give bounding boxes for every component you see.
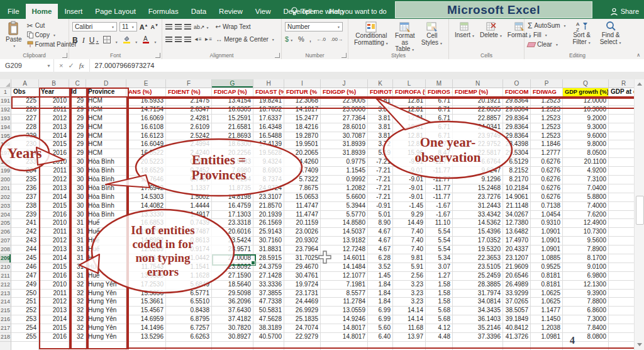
cell-Q215[interactable]: 6.8600 xyxy=(563,307,609,315)
cell-N207[interactable]: 17.0352 xyxy=(453,237,503,246)
cell-B196[interactable]: 2015 xyxy=(39,140,69,149)
cell-J195[interactable]: 30.7087 xyxy=(321,132,368,141)
delete-cells-button[interactable]: Delete xyxy=(477,21,505,40)
cell-J206[interactable]: 14.5037 xyxy=(321,228,368,237)
cell-K197[interactable]: 5.19 xyxy=(368,149,393,158)
wrap-text-button[interactable]: ↩ Wrap Text xyxy=(216,22,251,31)
column-header-K[interactable]: K xyxy=(368,79,393,88)
cell-H206[interactable]: 25.9143 xyxy=(253,228,284,237)
row-header-202[interactable]: 202 xyxy=(0,193,11,202)
cell-O191[interactable]: 29.8364 xyxy=(503,97,531,106)
cell-N215[interactable]: 34.3435 xyxy=(453,307,503,315)
row-header-204[interactable]: 204 xyxy=(0,211,11,220)
cell-G205[interactable]: 23.3318 xyxy=(212,219,253,228)
row-header-216[interactable]: 216 xyxy=(0,315,11,324)
cell-D205[interactable]: Huế xyxy=(86,219,126,228)
cell-C196[interactable]: 29 xyxy=(69,140,86,149)
cell-K203[interactable]: -0.91 xyxy=(368,202,393,211)
dialog-launcher-icon[interactable] xyxy=(341,53,347,58)
cell-C194[interactable]: 29 xyxy=(69,123,86,132)
cell-P192[interactable]: 1.2523 xyxy=(531,106,563,115)
cell-M207[interactable]: 5.54 xyxy=(426,237,453,246)
cell-I211[interactable]: 30.4761 xyxy=(284,272,321,281)
cell-O205[interactable]: 12.7380 xyxy=(503,219,531,228)
cell-G197[interactable]: 20.2256 xyxy=(212,149,253,158)
cell-P208[interactable]: 1.0901 xyxy=(531,246,563,254)
cell-P199[interactable]: 0.6276 xyxy=(531,167,563,176)
column-header-J[interactable]: J xyxy=(321,79,368,88)
column-header-F[interactable]: F xyxy=(166,79,212,88)
cell-A212[interactable]: 249 xyxy=(11,281,39,290)
tab-formulas[interactable]: Formulas xyxy=(142,4,185,19)
cell-B204[interactable]: 2016 xyxy=(39,211,69,220)
cell-O218[interactable]: 41.3726 xyxy=(503,333,531,342)
cell-L217[interactable]: 11.68 xyxy=(393,324,426,333)
cell-A202[interactable]: 237 xyxy=(11,193,39,202)
row-header-203[interactable]: 203 xyxy=(0,202,11,211)
row-header-212[interactable]: 212 xyxy=(0,281,11,290)
cell-N193[interactable]: 22.8857 xyxy=(453,115,503,123)
field-header-FDIROS (%[interactable]: FDIROS (% xyxy=(426,88,453,97)
cell-O194[interactable]: 29.8364 xyxy=(503,123,531,132)
cell-J202[interactable]: 5.6600 xyxy=(321,193,368,202)
cell-M194[interactable]: 6.71 xyxy=(426,123,453,132)
cell-B200[interactable]: 2012 xyxy=(39,176,69,184)
cell-F202[interactable]: 1.5002 xyxy=(166,193,212,202)
cell-F218[interactable]: 6.6263 xyxy=(166,333,212,342)
cell-J192[interactable]: 23.0000 xyxy=(321,106,368,115)
cell-I216[interactable]: 25.1835 xyxy=(284,315,321,324)
cell-P200[interactable]: 0.6276 xyxy=(531,176,563,184)
cell-N213[interactable]: 31.7974 xyxy=(453,290,503,298)
cell-H213[interactable]: 37.3855 xyxy=(253,290,284,298)
cell-O199[interactable]: 8.2152 xyxy=(503,167,531,176)
cell-B199[interactable]: 2011 xyxy=(39,167,69,176)
cell-O212[interactable]: 26.4989 xyxy=(503,281,531,290)
cell-M200[interactable]: -11.77 xyxy=(426,176,453,184)
cell-M210[interactable]: 3.07 xyxy=(426,263,453,272)
find-select-button[interactable]: Find &Select xyxy=(597,21,625,49)
cell-B198[interactable]: 2010 xyxy=(39,158,69,167)
cell-J210[interactable]: 14.1484 xyxy=(321,263,368,272)
cell-B213[interactable]: 2011 xyxy=(39,290,69,298)
cell-B207[interactable]: 2012 xyxy=(39,237,69,246)
cell-L197[interactable]: 15.96 xyxy=(393,149,426,158)
row-header-213[interactable]: 213 xyxy=(0,290,11,298)
cell-M199[interactable]: -11.77 xyxy=(426,167,453,176)
cell-G211[interactable]: 27.1590 xyxy=(212,272,253,281)
cell-F199[interactable]: 0.7452 xyxy=(166,167,212,176)
cell-P201[interactable]: 0.6276 xyxy=(531,184,563,193)
row-header-198[interactable]: 198 xyxy=(0,158,11,167)
cell-C211[interactable]: 31 xyxy=(69,272,86,281)
column-header-N[interactable]: N xyxy=(453,79,503,88)
column-header-L[interactable]: L xyxy=(393,79,426,88)
cell-L205[interactable]: 14.49 xyxy=(393,219,426,228)
cell-O201[interactable]: 10.2184 xyxy=(503,184,531,193)
row-header-207[interactable]: 207 xyxy=(0,237,11,246)
cell-J216[interactable]: 14.9246 xyxy=(321,315,368,324)
align-top-icon[interactable] xyxy=(165,24,172,30)
align-left-icon[interactable] xyxy=(165,37,172,42)
cell-N203[interactable]: 31.2443 xyxy=(453,202,503,211)
cell-J197[interactable]: 31.8939 xyxy=(321,149,368,158)
cell-B205[interactable]: 2010 xyxy=(39,219,69,228)
cell-B214[interactable]: 2012 xyxy=(39,298,69,307)
cell-I212[interactable]: 19.9724 xyxy=(284,281,321,290)
cell-Q210[interactable]: 9.0100 xyxy=(563,263,609,272)
cell-F210[interactable]: 1.1541 xyxy=(166,263,212,272)
cell-F217[interactable]: 6.7257 xyxy=(166,324,212,333)
dialog-launcher-icon[interactable] xyxy=(62,53,67,58)
cell-M203[interactable]: -1.67 xyxy=(426,202,453,211)
cell-F214[interactable]: 6.5510 xyxy=(166,298,212,307)
cell-I209[interactable]: 31.7025 xyxy=(284,254,321,263)
cell-J199[interactable]: 1.1545 xyxy=(321,167,368,176)
cell-A210[interactable]: 246 xyxy=(11,263,39,272)
cell-O200[interactable]: 8.2170 xyxy=(503,176,531,184)
cell-L194[interactable]: 12.81 xyxy=(393,123,426,132)
cell-E212[interactable]: 17.2530 xyxy=(126,281,166,290)
cell-O197[interactable]: 29.5304 xyxy=(503,149,531,158)
cell-E204[interactable]: 13.3330 xyxy=(126,211,166,220)
cell-D209[interactable]: Huế xyxy=(86,254,126,263)
cell-J204[interactable]: 5.5770 xyxy=(321,211,368,220)
cell-J205[interactable]: 14.8580 xyxy=(321,219,368,228)
column-header-A[interactable]: A xyxy=(11,79,39,88)
